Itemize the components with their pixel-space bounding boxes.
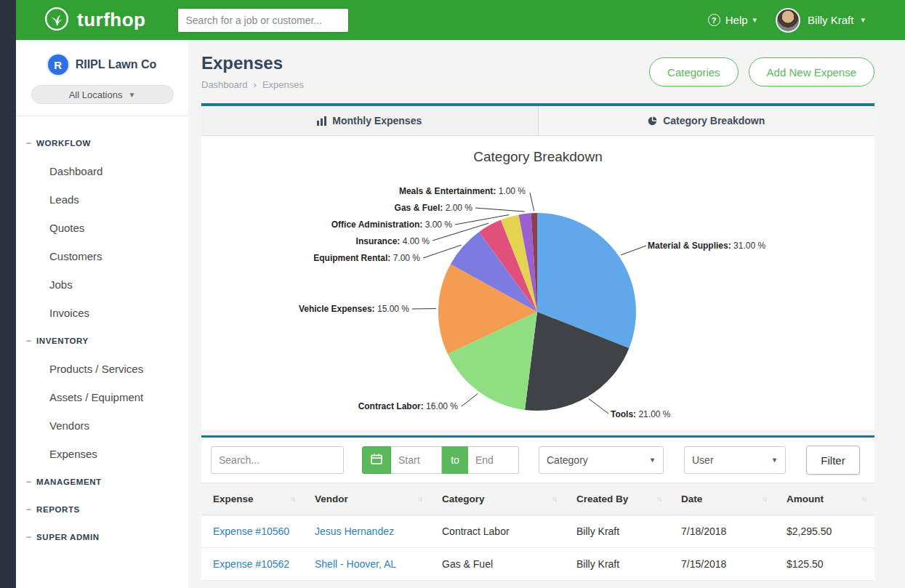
table-row: Expense #10562 Shell - Hoover, AL Gas & …	[201, 548, 874, 581]
column-header-expense: Expense	[213, 494, 254, 504]
sort-icon[interactable]: ↑↓	[417, 495, 422, 503]
main-content: Expenses Dashboard › Expenses Categories…	[188, 40, 905, 588]
category-cell: Contract Labor	[430, 515, 565, 548]
leader-line	[530, 193, 534, 211]
nav-section-management[interactable]: -- MANAGEMENT	[16, 468, 188, 496]
sort-icon[interactable]: ↑↓	[290, 495, 294, 503]
nav-section-reports[interactable]: -- REPORTS	[16, 496, 188, 523]
nav-section-inventory[interactable]: -- INVENTORY	[16, 327, 188, 355]
pie-chart[interactable]	[201, 136, 874, 430]
vendor-link[interactable]: Shell - Hoover, AL	[315, 558, 396, 570]
header-buttons: Categories Add New Expense	[649, 57, 874, 86]
sidebar-item-assets-equipment[interactable]: Assets / Equipment	[16, 383, 188, 411]
start-date-input[interactable]	[391, 446, 442, 474]
pie-label-vehicle-expenses: Vehicle Expenses: 15.00 %	[299, 304, 409, 314]
sidebar-item-jobs[interactable]: Jobs	[16, 270, 188, 299]
calendar-icon	[371, 454, 382, 467]
help-menu[interactable]: ? Help ▾	[708, 14, 757, 26]
tree-dash-icon: --	[26, 336, 31, 346]
tab-category-breakdown[interactable]: Category Breakdown	[539, 106, 875, 136]
breadcrumb-dashboard[interactable]: Dashboard	[201, 79, 248, 90]
turfhop-logo-icon	[44, 6, 70, 35]
vendor-link[interactable]: Jesus Hernandez	[315, 525, 394, 537]
column-header-vendor: Vendor	[315, 494, 348, 504]
add-new-expense-button[interactable]: Add New Expense	[749, 57, 874, 86]
calendar-button[interactable]	[362, 446, 391, 474]
date-to-label: to	[442, 446, 468, 474]
company-row: R RIIPL Lawn Co	[28, 55, 177, 75]
expense-link[interactable]: Expense #10560	[213, 525, 289, 537]
user-select-value: User	[692, 454, 714, 466]
sidebar-item-vendors[interactable]: Vendors	[16, 411, 188, 440]
chevron-down-icon: ▼	[649, 456, 656, 464]
leader-line	[462, 394, 478, 407]
sidebar-nav: -- WORKFLOW Dashboard Leads Quotes Custo…	[16, 116, 188, 551]
avatar	[776, 8, 800, 33]
sidebar-item-customers[interactable]: Customers	[16, 242, 188, 270]
end-date-input[interactable]	[468, 446, 519, 474]
chevron-down-icon: ▼	[128, 91, 135, 99]
topbar: turfhop ? Help ▾ Billy Kraft ▾	[16, 0, 905, 40]
chevron-down-icon: ▾	[753, 15, 757, 25]
company-block: R RIIPL Lawn Co All Locations ▼	[16, 40, 188, 116]
user-menu[interactable]: Billy Kraft ▾	[776, 8, 865, 33]
table-header-row: Expense↑↓ Vendor↑↓ Category↑↓ Created By…	[201, 483, 874, 515]
breadcrumb-separator: ›	[254, 79, 257, 90]
sidebar-item-quotes[interactable]: Quotes	[16, 214, 188, 242]
chart-tabs: Monthly Expenses Category Breakdown	[201, 103, 874, 136]
pie-chart-panel: Category Breakdown Material & Supplies: …	[201, 136, 874, 430]
sidebar-item-expenses[interactable]: Expenses	[16, 440, 188, 468]
sidebar-item-products-services[interactable]: Products / Services	[16, 355, 188, 383]
sidebar-item-leads[interactable]: Leads	[16, 185, 188, 214]
breadcrumb: Dashboard › Expenses	[201, 79, 304, 90]
nav-section-workflow[interactable]: -- WORKFLOW	[16, 129, 188, 157]
location-label: All Locations	[69, 89, 123, 100]
tree-dash-icon: --	[26, 138, 31, 148]
pie-chart-icon	[648, 116, 657, 126]
pie-label-material-supplies: Material & Supplies: 31.00 %	[648, 241, 765, 251]
nav-section-super-admin[interactable]: -- SUPER ADMIN	[16, 523, 188, 551]
sort-icon[interactable]: ↑↓	[552, 495, 556, 503]
sidebar-item-invoices[interactable]: Invoices	[16, 299, 188, 327]
brand-logo[interactable]: turfhop	[44, 6, 145, 35]
filter-button[interactable]: Filter	[806, 446, 860, 475]
pie-label-meals-entertainment: Meals & Entertainment: 1.00 %	[399, 186, 526, 196]
user-select[interactable]: User ▼	[684, 446, 786, 474]
column-header-category: Category	[442, 494, 485, 504]
sort-icon[interactable]: ↑↓	[762, 495, 766, 503]
tab-label: Monthly Expenses	[332, 115, 422, 126]
chevron-down-icon: ▼	[771, 456, 778, 464]
category-cell: Gas & Fuel	[430, 548, 565, 581]
leader-line	[475, 208, 525, 212]
table-search-input[interactable]	[211, 446, 344, 474]
pie-label-insurance: Insurance: 4.00 %	[356, 236, 430, 246]
chevron-down-icon: ▾	[861, 15, 865, 25]
help-icon: ?	[708, 14, 720, 26]
expense-link[interactable]: Expense #10562	[213, 558, 289, 570]
column-header-created-by: Created By	[576, 494, 628, 504]
date-cell: 7/15/2018	[669, 548, 775, 581]
pie-label-contract-labor: Contract Labor: 16.00 %	[358, 401, 458, 411]
topbar-right: ? Help ▾ Billy Kraft ▾	[708, 8, 865, 33]
created-by-cell: Billy Kraft	[565, 548, 669, 581]
tab-monthly-expenses[interactable]: Monthly Expenses	[201, 106, 539, 136]
category-select[interactable]: Category ▼	[539, 446, 664, 474]
location-selector[interactable]: All Locations ▼	[31, 85, 174, 104]
bar-chart-icon	[317, 116, 326, 126]
expenses-table: Expense↑↓ Vendor↑↓ Category↑↓ Created By…	[201, 483, 874, 581]
sort-icon[interactable]: ↑↓	[656, 495, 661, 503]
tree-dash-icon: --	[26, 532, 31, 542]
amount-cell: $125.50	[775, 548, 874, 581]
sidebar-item-dashboard[interactable]: Dashboard	[16, 157, 188, 185]
nav-section-label: INVENTORY	[36, 337, 89, 345]
pie-label-gas-fuel: Gas & Fuel: 2.00 %	[395, 203, 472, 213]
global-search-input[interactable]	[177, 8, 349, 33]
date-range-group: to	[362, 446, 519, 474]
tab-label: Category Breakdown	[663, 115, 765, 126]
column-header-date: Date	[681, 494, 702, 504]
page-title: Expenses	[201, 53, 304, 73]
categories-button[interactable]: Categories	[649, 57, 739, 86]
sort-icon[interactable]: ↑↓	[861, 495, 866, 503]
app-root: turfhop ? Help ▾ Billy Kraft ▾ R RIIPL L…	[0, 0, 905, 588]
leader-line	[621, 246, 646, 255]
